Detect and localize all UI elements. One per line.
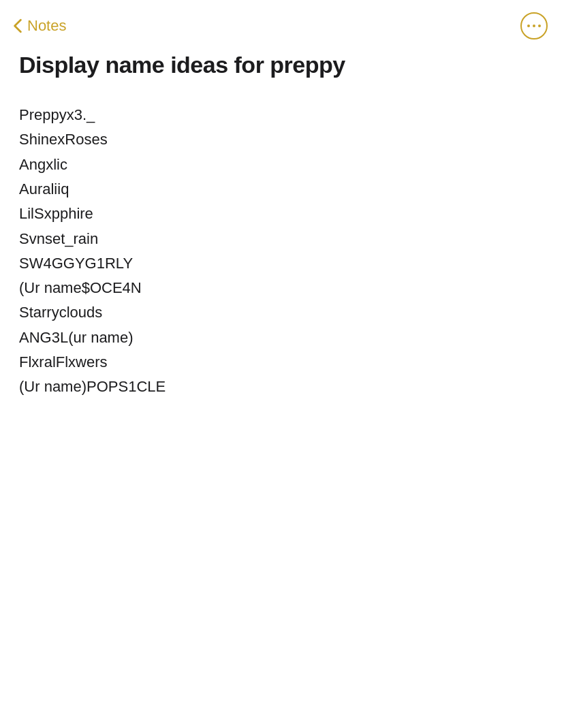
note-content: Display name ideas for preppy Preppyx3._… [0,46,564,427]
list-item: (Ur name$OCE4N [19,276,545,300]
note-title: Display name ideas for preppy [19,52,545,78]
chevron-left-icon [11,19,25,33]
list-item: Preppyx3._ [19,103,545,127]
header: Notes [0,0,564,46]
note-body: Preppyx3._ShinexRosesAngxlicAuraliiqLilS… [19,103,545,400]
list-item: SW4GGYG1RLY [19,251,545,276]
list-item: Angxlic [19,153,545,177]
ellipsis-icon [527,25,541,27]
back-button[interactable]: Notes [11,17,66,35]
back-label: Notes [27,17,66,35]
dot-1 [527,25,530,27]
list-item: LilSxpphire [19,202,545,226]
list-item: Starryclouds [19,300,545,325]
dot-2 [533,25,535,27]
list-item: Svnset_rain [19,227,545,251]
list-item: (Ur name)POPS1CLE [19,375,545,399]
more-options-button[interactable] [520,12,548,39]
list-item: ShinexRoses [19,127,545,152]
dot-3 [538,25,541,27]
list-item: Auraliiq [19,177,545,202]
list-item: ANG3L(ur name) [19,326,545,350]
list-item: FlxralFlxwers [19,350,545,375]
